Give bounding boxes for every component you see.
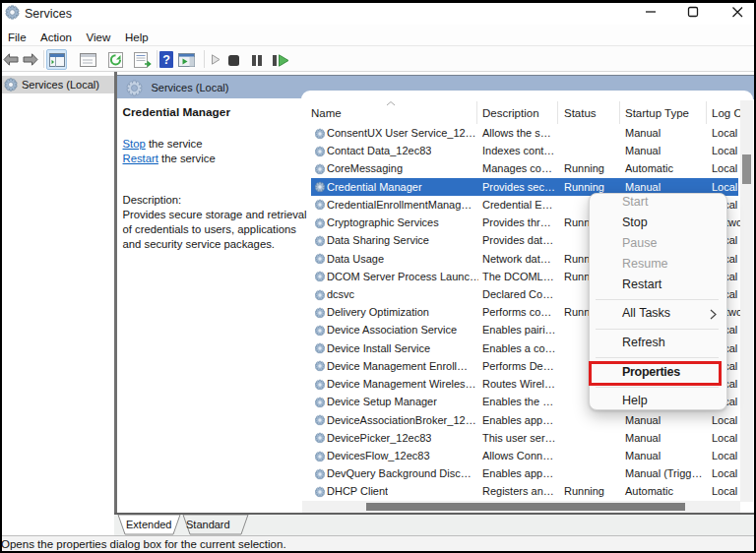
svg-text:?: ? <box>162 53 170 67</box>
